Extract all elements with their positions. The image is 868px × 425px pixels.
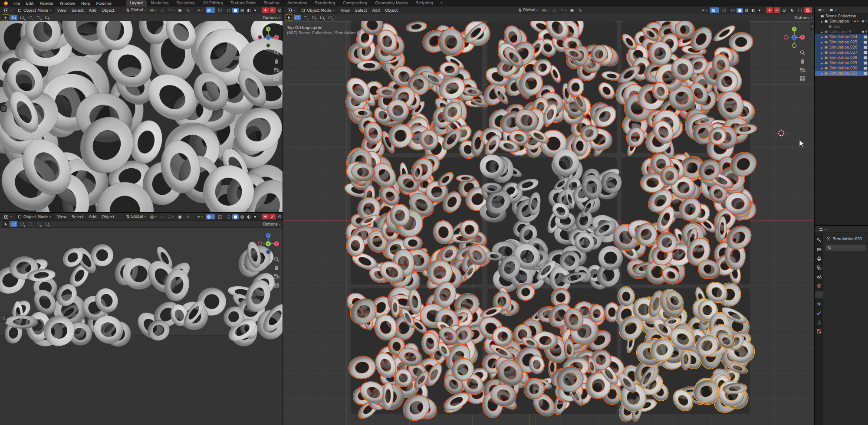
shading-wireframe-button[interactable]: ○ [225,214,232,219]
viewport-menu-add[interactable]: Add [87,8,98,13]
options-dropdown[interactable]: Options▾ [263,222,280,226]
select-box-intersect-button[interactable]: ∩ [43,15,50,20]
viewport-visibility-icon[interactable] [864,72,867,75]
show-gizmos-button[interactable]: ⌖▾ [701,7,709,13]
show-gizmos-button[interactable]: ⌖▾ [196,214,204,219]
ortho-grid-icon[interactable] [273,75,281,82]
select-box-subtract-button[interactable]: − [27,221,34,227]
outliner-row[interactable]: ▶Simulation.025 [815,39,868,45]
outliner-row[interactable]: ▶Simulation65 [815,19,868,24]
sidebar-collapse-arrow[interactable]: ◂ [810,22,814,30]
viewport-visibility-icon[interactable] [864,51,867,54]
restrict-hide-button[interactable]: ⊙ [781,7,787,13]
transform-orientation-button[interactable]: ⇅Global▾ [517,7,539,13]
pan-icon[interactable] [273,58,281,65]
shading-rendered-button[interactable]: ◐ [750,8,757,13]
viewport-menu-object[interactable]: Object [383,8,399,13]
restrict-enable-button[interactable]: ✓ [270,214,276,219]
restrict-enable-button[interactable]: ✓ [270,7,276,13]
select-box-extend-button[interactable]: + [19,221,26,227]
show-overlays-button[interactable]: ◍▾ [206,214,215,219]
transform-orientation-button[interactable]: ⇅Global▾ [125,7,147,13]
workspace-tab-animation[interactable]: Animation [283,0,311,7]
zoom-icon[interactable] [273,49,281,56]
properties-tab-object[interactable] [815,291,823,298]
zoom-icon[interactable] [799,49,807,56]
outliner-row[interactable]: ▶Simulation.024 [815,34,868,39]
viewport-visibility-icon[interactable] [864,41,867,44]
menu-file[interactable]: File [10,1,23,6]
restrict-hide-button[interactable]: ⊙ [276,7,283,13]
snap-settings-button[interactable]: ∷▾ [559,7,567,13]
viewport-menu-add[interactable]: Add [371,8,381,13]
properties-tab-tool[interactable] [815,236,823,244]
viewport-menu-object[interactable]: Object [100,215,116,219]
viewport-visibility-icon[interactable] [864,62,867,65]
outliner-filter-button[interactable]: ▾ [828,7,838,13]
snap-magnet-button[interactable]: ∩ [159,214,165,219]
mode-select[interactable]: Object Mode▾ [15,213,54,220]
editor-type-button[interactable]: ▾ [2,7,13,13]
editor-type-button[interactable]: ▾ [2,214,13,219]
select-box-extend-button[interactable]: + [302,15,309,20]
expand-arrow-icon[interactable]: ▶ [820,41,824,44]
outliner-row[interactable]: Box [815,24,868,29]
menu-render[interactable]: Render [37,1,57,6]
proportional-editing-button[interactable]: ◉ [569,7,575,13]
expand-arrow-icon[interactable]: ▶ [820,36,824,39]
shading-wireframe-button[interactable]: ○ [225,8,232,13]
snap-target-button[interactable]: ◎▾ [541,7,550,13]
snap-settings-button[interactable]: ∷▾ [167,214,175,219]
workspace-tab-scripting[interactable]: Scripting [412,0,437,7]
expand-arrow-icon[interactable]: ▶ [820,20,824,23]
viewport-visibility-icon[interactable] [864,56,867,59]
toggle-xray-button[interactable]: ◫ [217,7,223,13]
workspace-tab-texture-paint[interactable]: Texture Paint [227,0,260,7]
select-box-subtract-button[interactable]: − [310,15,317,20]
outliner-row[interactable]: ▶Simulation.028 [815,55,868,60]
shading-solid-button[interactable]: ● [232,214,239,219]
shading-rendered-button[interactable]: ◐ [246,8,252,13]
select-box-invert-button[interactable]: × [319,15,326,20]
restrict-render-button[interactable] [804,7,812,13]
select-box-intersect-button[interactable]: ∩ [327,15,334,20]
editor-type-properties-button[interactable]: ▾ [817,226,828,232]
viewport-menu-view[interactable]: View [56,215,68,219]
shading-wireframe-button[interactable]: ○ [730,8,736,13]
transform-orientation-button[interactable]: ⇅Global▾ [125,214,147,219]
pan-icon[interactable] [799,58,807,65]
outliner-row[interactable]: Scene Collection [815,13,868,19]
tool-tweak-button[interactable] [2,221,9,227]
id-name-field[interactable] [825,245,866,251]
expand-arrow-icon[interactable]: ▶ [820,72,824,75]
shading-rendered-button[interactable]: ◐ [246,214,252,219]
shading-dropdown-icon[interactable]: ▾ [253,8,257,13]
properties-tab-constraints[interactable] [815,309,823,317]
viewport-canvas[interactable] [0,21,283,212]
zoom-icon[interactable] [273,256,281,262]
restrict-viewport-button[interactable]: ▢ [797,7,803,13]
snap-magnet-button[interactable]: ∩ [159,7,165,13]
viewport-canvas[interactable]: Top Orthographic (607) Scene Collection … [283,21,814,425]
shading-dropdown-icon[interactable]: ▾ [253,214,257,219]
expand-arrow-icon[interactable]: ▶ [820,51,824,54]
axis-gizmo[interactable]: YXZ [256,25,280,49]
shading-material-button[interactable]: ◍ [239,214,246,219]
axis-gizmo[interactable]: YXZ [782,25,806,49]
shading-material-button[interactable]: ◍ [239,8,246,13]
blender-logo-icon[interactable] [3,1,9,6]
workspace-tab-rendering[interactable]: Rendering [311,0,339,7]
properties-tab-render[interactable] [815,245,823,253]
options-dropdown[interactable]: Options▾ [794,16,812,20]
workspace-tab-shading[interactable]: Shading [260,0,283,7]
outliner-display-mode-button[interactable]: ≡▾ [817,7,825,13]
proportional-falloff-button[interactable]: ∿ [185,7,191,13]
options-dropdown[interactable]: Options▾ [263,16,280,20]
select-box-new-button[interactable] [294,15,301,20]
viewport-top-left[interactable]: ▾Object Mode▾ViewSelectAddObject⇅Global▾… [0,7,283,212]
viewport-menu-select[interactable]: Select [353,8,369,13]
workspace-tab-modeling[interactable]: Modeling [147,0,172,7]
viewport-menu-select[interactable]: Select [70,8,85,13]
outliner-row[interactable]: ▶Simulation.029 [815,60,868,65]
shading-solid-button[interactable]: ● [736,8,743,13]
